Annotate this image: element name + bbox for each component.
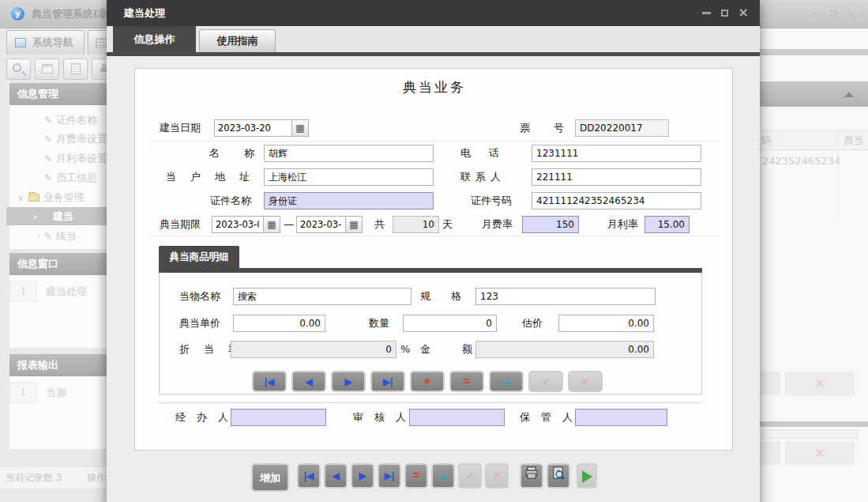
- contact-label: 联系人: [460, 168, 505, 186]
- report-item-dangpiao[interactable]: 当票: [46, 382, 66, 403]
- interest-input[interactable]: [644, 216, 690, 233]
- tab-goods-detail[interactable]: 典当商品明细: [159, 246, 239, 268]
- background-button-stub[interactable]: [757, 372, 780, 395]
- edit-icon: ▲: [438, 470, 448, 481]
- ticket-no-input[interactable]: [575, 119, 669, 137]
- toolbar-post-button[interactable]: ✓: [458, 463, 482, 489]
- minimize-icon[interactable]: [812, 13, 821, 15]
- phone-input[interactable]: [532, 145, 701, 162]
- nav-first-button[interactable]: |◀: [252, 371, 287, 392]
- toolbar-delete-button[interactable]: =: [404, 463, 428, 489]
- print-button[interactable]: [520, 463, 543, 489]
- auditor-input[interactable]: [409, 409, 505, 426]
- wand-icon: ✎: [44, 231, 52, 242]
- toolbar-first-button[interactable]: |◀: [297, 463, 321, 489]
- nav-edit-button[interactable]: ▲: [489, 371, 524, 392]
- estimate-input[interactable]: [558, 315, 654, 332]
- nav-delete-button[interactable]: =: [449, 371, 484, 392]
- toolbar-prior-button[interactable]: ◀: [324, 463, 348, 489]
- prior-icon: ◀: [305, 376, 312, 387]
- wand-icon: ✎: [44, 153, 52, 164]
- cancel-x-icon: ×: [815, 446, 825, 460]
- phone-label: 电话: [460, 145, 517, 162]
- contact-input[interactable]: [532, 168, 701, 186]
- dialog-titlebar[interactable]: 建当处理 ×: [107, 0, 760, 26]
- search-icon: [13, 63, 21, 72]
- item-name-input[interactable]: [233, 288, 411, 305]
- qty-label: 数量: [369, 315, 389, 332]
- discount-input: [231, 341, 396, 358]
- term-start-input[interactable]: [212, 217, 262, 232]
- term-label: 典当期限: [160, 216, 201, 233]
- address-label: 当户地址: [166, 168, 264, 186]
- nav-last-button[interactable]: ▶|: [370, 371, 405, 392]
- qty-input[interactable]: [403, 315, 497, 332]
- calendar-icon[interactable]: ▦: [263, 217, 280, 232]
- sidebar-item-monthly-fee[interactable]: ✎月费率设置: [9, 130, 107, 148]
- nav-cancel-button[interactable]: ×: [568, 371, 603, 392]
- calendar-icon[interactable]: ▦: [345, 217, 362, 232]
- unit-price-input[interactable]: [233, 315, 325, 332]
- term-end-field[interactable]: ▦: [296, 216, 363, 233]
- print-preview-button[interactable]: [547, 463, 570, 489]
- background-button-stub[interactable]: [757, 441, 780, 465]
- operator-input[interactable]: [231, 409, 326, 426]
- toolbar-edit-button[interactable]: ▲: [431, 463, 455, 489]
- cert-no-input[interactable]: [532, 192, 701, 209]
- toolbar-cancel-button[interactable]: ×: [485, 463, 509, 489]
- minimize-icon[interactable]: [702, 12, 711, 14]
- status-operator: 操作: [87, 467, 106, 489]
- chevron-down-icon: ∨: [17, 192, 24, 203]
- nav-insert-button[interactable]: +: [410, 371, 445, 392]
- jiandang-date-input[interactable]: [215, 120, 291, 136]
- collapsible-header[interactable]: [760, 81, 868, 107]
- tab-system-nav[interactable]: 系统导航: [6, 30, 85, 55]
- estimate-label: 估价: [522, 315, 543, 332]
- add-button[interactable]: 增加: [251, 463, 289, 492]
- toolbar-next-button[interactable]: ▶: [351, 463, 374, 489]
- address-input[interactable]: [264, 168, 434, 186]
- detail-navigator: |◀ ◀ ▶ ▶| + = ▲ ✓ ×: [252, 371, 603, 392]
- term-start-field[interactable]: ▦: [212, 216, 280, 233]
- background-cancel-button[interactable]: ×: [785, 372, 855, 395]
- main-window-controls: ×: [812, 9, 857, 18]
- sidebar-item-jiandang[interactable]: ›✎建当: [6, 207, 107, 225]
- keeper-input[interactable]: [575, 409, 667, 426]
- sidebar-item-monthly-interest[interactable]: ✎月利率设置: [9, 149, 107, 168]
- jiandang-date-field[interactable]: ▦: [214, 119, 309, 137]
- spec-label: 规格: [420, 288, 482, 305]
- wand-icon: ✎: [41, 211, 49, 222]
- name-input[interactable]: [264, 145, 434, 162]
- cert-name-input[interactable]: [264, 192, 434, 209]
- window-item-jiandang-chuli[interactable]: 建当处理: [46, 281, 87, 302]
- close-icon[interactable]: ×: [847, 9, 857, 18]
- document-icon: [71, 63, 81, 74]
- search-button[interactable]: [6, 59, 31, 80]
- sidebar-item-xudang[interactable]: ›✎续当: [9, 227, 107, 245]
- document-button[interactable]: [63, 59, 88, 80]
- sidebar-item-employee-info[interactable]: ✎员工信息: [9, 168, 107, 187]
- next-icon: ▶: [359, 470, 366, 481]
- collapse-arrow-icon[interactable]: [844, 92, 854, 97]
- fee-input[interactable]: [522, 216, 579, 233]
- post-icon: ✓: [466, 470, 474, 481]
- nav-prior-button[interactable]: ◀: [291, 371, 326, 392]
- maximize-icon[interactable]: [721, 9, 728, 17]
- print-preview-icon: [551, 466, 566, 479]
- nav-post-button[interactable]: ✓: [528, 371, 563, 392]
- term-end-input[interactable]: [297, 217, 344, 232]
- pawn-business-form: 典当业务 建当日期 ▦ 票号 名称 电话 当户地址 联系人 证件名称: [134, 68, 733, 451]
- spec-input[interactable]: [475, 288, 656, 305]
- background-cancel-button[interactable]: ×: [785, 441, 855, 465]
- nav-next-button[interactable]: ▶: [331, 371, 366, 392]
- toolbar-last-button[interactable]: ▶|: [378, 463, 401, 489]
- sidebar-folder-business[interactable]: ∨业务管理: [9, 188, 107, 206]
- table-button[interactable]: [35, 59, 59, 80]
- sidebar-item-cert-name[interactable]: ✎证件名称: [9, 111, 107, 129]
- restore-icon[interactable]: [830, 10, 837, 17]
- run-button[interactable]: [577, 463, 597, 489]
- tab-user-guide[interactable]: 使用指南: [199, 29, 276, 52]
- close-icon[interactable]: ×: [738, 8, 749, 17]
- tab-info-operation[interactable]: 信息操作: [113, 26, 196, 52]
- calendar-icon[interactable]: ▦: [291, 120, 308, 136]
